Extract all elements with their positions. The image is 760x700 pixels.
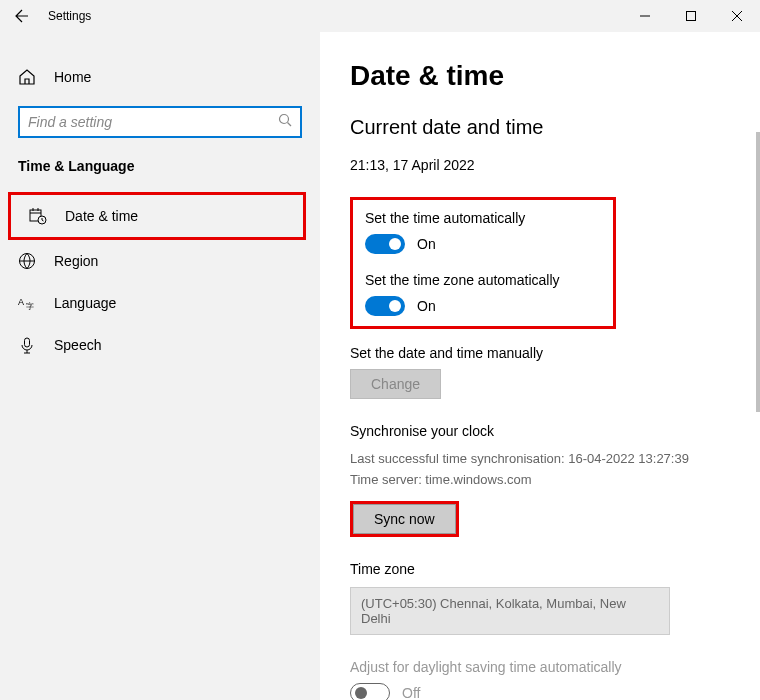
current-datetime: 21:13, 17 April 2022 — [350, 157, 730, 173]
svg-text:字: 字 — [26, 302, 34, 311]
titlebar-left: Settings — [12, 6, 91, 26]
sidebar-item-language[interactable]: A字 Language — [0, 282, 320, 324]
sidebar-item-speech[interactable]: Speech — [0, 324, 320, 366]
back-arrow-icon — [14, 8, 30, 24]
auto-time-toggle[interactable] — [365, 234, 405, 254]
auto-tz-group: Set the time zone automatically On — [365, 272, 601, 316]
sync-server: Time server: time.windows.com — [350, 470, 730, 491]
sidebar-item-label: Language — [54, 295, 116, 311]
scrollbar[interactable] — [756, 132, 760, 412]
timezone-dropdown: (UTC+05:30) Chennai, Kolkata, Mumbai, Ne… — [350, 587, 670, 635]
auto-tz-label: Set the time zone automatically — [365, 272, 601, 288]
dst-toggle — [350, 683, 390, 700]
svg-point-1 — [280, 115, 289, 124]
maximize-icon — [686, 11, 696, 21]
auto-tz-toggle-row: On — [365, 296, 601, 316]
sidebar: Home Time & Language Date & time — [0, 32, 320, 700]
page-title: Date & time — [350, 60, 730, 92]
category-header: Time & Language — [0, 158, 320, 192]
home-nav[interactable]: Home — [0, 56, 320, 98]
auto-time-toggle-row: On — [365, 234, 601, 254]
globe-icon — [18, 252, 36, 270]
current-heading: Current date and time — [350, 116, 730, 139]
window-title: Settings — [48, 9, 91, 23]
search-input[interactable] — [28, 114, 278, 130]
window-controls — [622, 0, 760, 32]
auto-time-group: Set the time automatically On — [365, 210, 601, 254]
sidebar-item-label: Speech — [54, 337, 101, 353]
search-wrap — [0, 106, 320, 138]
nav-highlight: Date & time — [8, 192, 306, 240]
content: Home Time & Language Date & time — [0, 32, 760, 700]
maximize-button[interactable] — [668, 0, 714, 32]
sidebar-item-datetime[interactable]: Date & time — [11, 195, 303, 237]
dst-state: Off — [402, 685, 420, 700]
sidebar-item-label: Date & time — [65, 208, 138, 224]
manual-label: Set the date and time manually — [350, 345, 730, 361]
sync-heading: Synchronise your clock — [350, 423, 730, 439]
auto-tz-state: On — [417, 298, 436, 314]
change-button: Change — [350, 369, 441, 399]
dst-toggle-row: Off — [350, 683, 730, 700]
language-icon: A字 — [18, 294, 36, 312]
auto-tz-toggle[interactable] — [365, 296, 405, 316]
home-icon — [18, 68, 36, 86]
toggle-knob — [355, 687, 367, 699]
auto-time-label: Set the time automatically — [365, 210, 601, 226]
timezone-heading: Time zone — [350, 561, 730, 577]
titlebar: Settings — [0, 0, 760, 32]
toggle-knob — [389, 238, 401, 250]
search-icon — [278, 113, 292, 131]
svg-rect-7 — [25, 338, 30, 347]
calendar-clock-icon — [29, 207, 47, 225]
back-button[interactable] — [12, 6, 32, 26]
dst-label: Adjust for daylight saving time automati… — [350, 659, 730, 675]
minimize-button[interactable] — [622, 0, 668, 32]
dst-section: Adjust for daylight saving time automati… — [350, 659, 730, 700]
timezone-section: Time zone (UTC+05:30) Chennai, Kolkata, … — [350, 561, 730, 635]
manual-section: Set the date and time manually Change — [350, 345, 730, 399]
main-panel: Date & time Current date and time 21:13,… — [320, 32, 760, 700]
sidebar-item-region[interactable]: Region — [0, 240, 320, 282]
svg-text:A: A — [18, 297, 24, 307]
close-icon — [732, 11, 742, 21]
sync-info: Last successful time synchronisation: 16… — [350, 449, 730, 491]
sync-last: Last successful time synchronisation: 16… — [350, 449, 730, 470]
toggle-knob — [389, 300, 401, 312]
auto-settings-highlight: Set the time automatically On Set the ti… — [350, 197, 616, 329]
close-button[interactable] — [714, 0, 760, 32]
sync-section: Synchronise your clock Last successful t… — [350, 423, 730, 537]
auto-time-state: On — [417, 236, 436, 252]
search-box[interactable] — [18, 106, 302, 138]
home-label: Home — [54, 69, 91, 85]
sync-button-highlight: Sync now — [350, 501, 459, 537]
microphone-icon — [18, 336, 36, 354]
sync-now-button[interactable]: Sync now — [353, 504, 456, 534]
minimize-icon — [640, 11, 650, 21]
svg-rect-0 — [687, 12, 696, 21]
sidebar-item-label: Region — [54, 253, 98, 269]
